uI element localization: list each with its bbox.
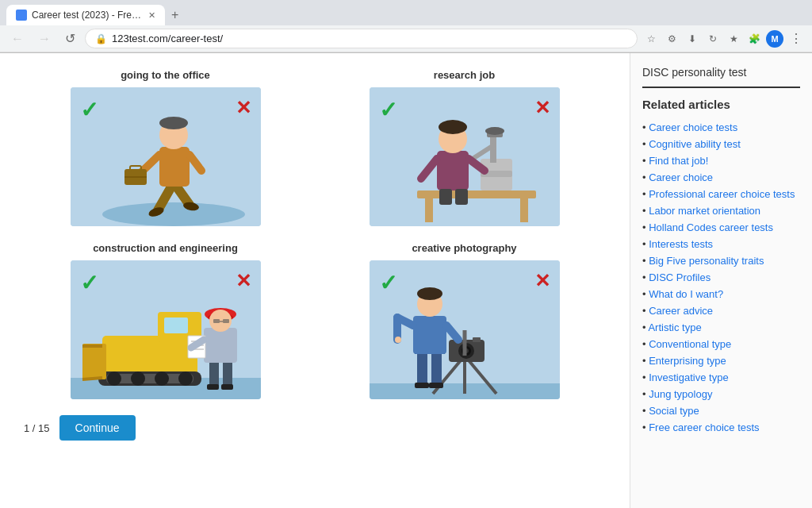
svg-rect-29 — [439, 189, 452, 205]
check-mark-research: ✓ — [379, 97, 397, 123]
svg-point-40 — [155, 371, 169, 386]
related-article-item[interactable]: Investigative type — [642, 369, 800, 386]
card-office-image: ✓ ✕ — [71, 87, 261, 226]
active-tab[interactable]: Career test (2023) - Free onli... ✕ — [6, 5, 165, 25]
menu-icon[interactable]: ⋮ — [787, 29, 806, 48]
check-mark-construction: ✓ — [80, 270, 98, 296]
card-research-image: ✓ ✕ — [370, 87, 560, 226]
card-office: going to the office ✓ ✕ — [24, 69, 307, 226]
svg-rect-35 — [164, 318, 188, 333]
related-article-item[interactable]: Labor market orientation — [642, 202, 800, 219]
related-article-item[interactable]: Find that job! — [642, 152, 800, 169]
card-photography-title: creative photography — [412, 242, 516, 254]
refresh-icon[interactable]: ↻ — [704, 30, 722, 48]
related-article-item[interactable]: Jung typology — [642, 386, 800, 402]
svg-rect-45 — [209, 360, 219, 387]
tab-favicon — [16, 10, 27, 21]
related-article-item[interactable]: Interests tests — [642, 236, 800, 252]
svg-rect-74 — [415, 383, 429, 388]
card-construction-title: construction and engineering — [93, 242, 238, 254]
check-mark-photography: ✓ — [379, 270, 397, 296]
svg-point-26 — [439, 120, 467, 134]
address-bar[interactable]: 🔒 123test.com/career-test/ — [85, 29, 638, 48]
svg-rect-72 — [417, 352, 427, 387]
x-mark-construction: ✕ — [236, 270, 251, 292]
svg-rect-53 — [213, 319, 220, 323]
related-article-item[interactable]: Career advice — [642, 302, 800, 319]
svg-rect-48 — [221, 384, 233, 390]
tab-bar: Career test (2023) - Free onli... ✕ + — [0, 0, 812, 25]
svg-rect-77 — [413, 316, 446, 354]
bookmark-icon[interactable]: ☆ — [642, 30, 660, 48]
related-article-item[interactable]: Cognitive ability test — [642, 136, 800, 152]
reload-button[interactable]: ↺ — [60, 29, 80, 48]
lock-icon: 🔒 — [95, 33, 107, 44]
main-layout: going to the office ✓ ✕ — [0, 53, 812, 508]
svg-rect-75 — [429, 383, 443, 388]
svg-point-39 — [131, 371, 145, 386]
svg-rect-17 — [520, 198, 528, 222]
svg-point-79 — [417, 287, 442, 300]
svg-rect-6 — [159, 147, 190, 187]
check-mark-office: ✓ — [80, 97, 98, 123]
puzzle-icon[interactable]: 🧩 — [745, 30, 763, 48]
svg-point-38 — [107, 371, 121, 386]
card-construction-image: ✓ ✕ — [71, 260, 261, 399]
tab-close-button[interactable]: ✕ — [148, 10, 155, 21]
related-article-item[interactable]: Enterprising type — [642, 352, 800, 369]
x-mark-research: ✕ — [534, 97, 550, 119]
page-info: 1 / 15 — [24, 422, 50, 434]
related-articles-title: Related articles — [642, 98, 800, 111]
svg-point-1 — [102, 202, 245, 226]
svg-point-41 — [178, 371, 193, 386]
card-research: research job ✓ ✕ — [323, 69, 606, 226]
continue-button[interactable]: Continue — [59, 415, 136, 441]
back-button[interactable]: ← — [6, 29, 29, 48]
x-mark-office: ✕ — [236, 97, 251, 119]
card-research-title: research job — [434, 69, 495, 81]
related-articles-list: Career choice testsCognitive ability tes… — [642, 119, 800, 436]
related-article-item[interactable]: Artistic type — [642, 319, 800, 336]
card-construction: construction and engineering ✓ ✕ — [24, 242, 307, 399]
new-tab-button[interactable]: + — [165, 5, 185, 25]
related-article-item[interactable]: Professional career choice tests — [642, 186, 800, 202]
related-article-item[interactable]: Big Five personality traits — [642, 252, 800, 269]
cards-grid: going to the office ✓ ✕ — [24, 69, 606, 399]
related-article-item[interactable]: Free career choice tests — [642, 419, 800, 436]
sidebar: DISC personality test Related articles C… — [630, 53, 812, 508]
browser-toolbar: ← → ↺ 🔒 123test.com/career-test/ ☆ ⚙ ⬇ ↻… — [0, 25, 812, 52]
content-area: going to the office ✓ ✕ — [0, 53, 630, 508]
svg-point-8 — [159, 117, 188, 129]
download-icon[interactable]: ⬇ — [684, 30, 701, 48]
svg-rect-24 — [437, 151, 469, 190]
svg-rect-15 — [417, 190, 536, 198]
related-article-item[interactable]: Holland Codes career tests — [642, 219, 800, 236]
related-article-item[interactable]: DISC Profiles — [642, 269, 800, 286]
forward-button[interactable]: → — [33, 29, 56, 48]
profile-icon[interactable]: M — [766, 30, 783, 48]
svg-rect-30 — [455, 189, 468, 205]
svg-point-83 — [395, 337, 401, 343]
x-mark-photography: ✕ — [534, 270, 550, 292]
svg-rect-16 — [425, 198, 433, 222]
extensions-icon[interactable]: ⚙ — [663, 30, 680, 48]
url-text: 123test.com/career-test/ — [112, 33, 627, 44]
svg-point-21 — [485, 127, 504, 135]
card-photography: creative photography ✓ ✕ — [323, 242, 606, 399]
tab-title: Career test (2023) - Free onli... — [32, 10, 144, 21]
browser-chrome: Career test (2023) - Free onli... ✕ + ← … — [0, 0, 812, 53]
svg-rect-47 — [207, 384, 219, 390]
svg-rect-54 — [223, 319, 229, 323]
related-article-item[interactable]: What do I want? — [642, 286, 800, 302]
related-article-item[interactable]: Social type — [642, 402, 800, 419]
card-office-title: going to the office — [121, 69, 210, 81]
toolbar-icons: ☆ ⚙ ⬇ ↻ ★ 🧩 M ⋮ — [642, 29, 806, 48]
svg-rect-42 — [82, 344, 106, 379]
card-photography-image: ✓ ✕ — [370, 260, 560, 399]
svg-line-44 — [82, 378, 102, 379]
related-article-item[interactable]: Career choice — [642, 169, 800, 186]
star-icon[interactable]: ★ — [725, 30, 742, 48]
related-article-item[interactable]: Conventional type — [642, 336, 800, 352]
related-article-item[interactable]: Career choice tests — [642, 119, 800, 136]
svg-rect-73 — [431, 352, 442, 387]
